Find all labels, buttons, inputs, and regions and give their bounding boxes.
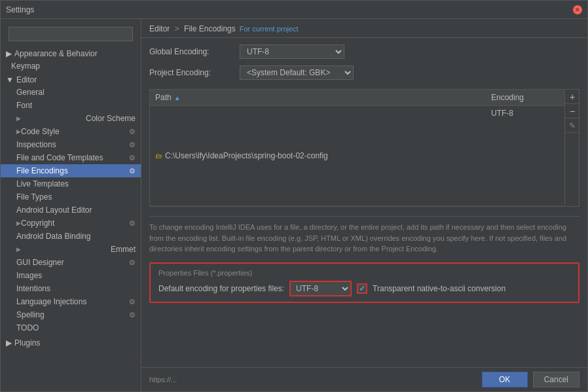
- sidebar-item-android-data-binding[interactable]: Android Data Binding: [1, 230, 141, 243]
- sidebar-item-label: Code Style: [21, 127, 129, 136]
- sidebar-item-android-layout-editor[interactable]: Android Layout Editor: [1, 204, 141, 217]
- sidebar-item-code-style[interactable]: ▶ Code Style ⚙: [1, 125, 141, 138]
- sidebar-item-todo[interactable]: TODO: [1, 321, 141, 334]
- sidebar-item-file-encodings[interactable]: File Encodings ⚙: [1, 164, 141, 177]
- sidebar-item-label: Spelling: [16, 310, 129, 319]
- title-bar: Settings ✕: [1, 1, 587, 19]
- main-header: Editor > File Encodings For current proj…: [141, 19, 587, 38]
- gear-icon: ⚙: [129, 167, 136, 175]
- properties-title: Properties Files (*.properties): [158, 269, 570, 277]
- settings-window: Settings ✕ ▶ Appearance & Behavior Keyma…: [0, 0, 588, 392]
- properties-encoding-select[interactable]: UTF-8 ISO-8859-1: [289, 281, 352, 296]
- table-row[interactable]: 🗁 C:\Users\lfy\IdeaProjects\spring-boot-…: [150, 106, 564, 206]
- sidebar-item-file-and-code-templates[interactable]: File and Code Templates ⚙: [1, 151, 141, 164]
- sidebar-item-font[interactable]: Font: [1, 99, 141, 112]
- bottom-bar: https://... OK Cancel: [141, 367, 587, 391]
- breadcrumb-link[interactable]: For current project: [240, 25, 299, 33]
- sidebar-item-emmet[interactable]: ▶ Emmet: [1, 243, 141, 256]
- gear-icon: ⚙: [129, 219, 136, 228]
- transparent-label: Transparent native-to-ascii conversion: [373, 284, 505, 293]
- add-path-button[interactable]: +: [565, 90, 579, 104]
- path-header: Path ▲: [150, 92, 486, 103]
- sort-icon: ▲: [174, 94, 181, 101]
- main-content: Global Encoding: UTF-8 UTF-16 ISO-8859-1…: [141, 38, 587, 367]
- sidebar-item-general[interactable]: General: [1, 86, 141, 99]
- project-encoding-select[interactable]: <System Default: GBK> UTF-8: [240, 65, 354, 80]
- gear-icon: ⚙: [129, 154, 136, 162]
- sidebar-item-label: Font: [16, 101, 32, 110]
- edit-path-button[interactable]: ✎: [565, 118, 579, 133]
- sidebar-item-images[interactable]: Images: [1, 269, 141, 282]
- global-encoding-select[interactable]: UTF-8 UTF-16 ISO-8859-1: [240, 45, 344, 59]
- breadcrumb-separator: >: [175, 24, 179, 33]
- main-panel: Editor > File Encodings For current proj…: [141, 19, 587, 391]
- table-header: Path ▲ Encoding: [150, 90, 564, 106]
- gear-icon: ⚙: [129, 298, 136, 306]
- sidebar-item-label: Editor: [16, 75, 37, 84]
- transparent-checkbox[interactable]: ✓: [357, 283, 367, 294]
- sidebar-item-label: Color Scheme: [86, 114, 136, 123]
- path-cell: 🗁 C:\Users\lfy\IdeaProjects\spring-boot-…: [150, 107, 486, 204]
- gear-icon: ⚙: [129, 258, 136, 267]
- file-icon: 🗁: [155, 152, 162, 160]
- sidebar-item-language-injections[interactable]: Language Injections ⚙: [1, 295, 141, 308]
- close-button[interactable]: ✕: [573, 5, 582, 14]
- breadcrumb-parent: Editor: [149, 24, 170, 33]
- table-side-actions: + − ✎: [564, 90, 579, 206]
- status-bar: https://...: [149, 376, 477, 383]
- sidebar-item-label: Appearance & Behavior: [14, 49, 98, 58]
- gear-icon: ⚙: [129, 128, 136, 136]
- sidebar-item-appearance[interactable]: ▶ Appearance & Behavior: [1, 46, 141, 60]
- sidebar-item-editor[interactable]: ▼ Editor: [1, 73, 141, 86]
- gear-icon: ⚙: [129, 141, 136, 149]
- table-body: 🗁 C:\Users\lfy\IdeaProjects\spring-boot-…: [150, 106, 564, 206]
- sidebar-item-label: Language Injections: [16, 297, 129, 306]
- table-main: Path ▲ Encoding 🗁 C:\Users\l: [150, 90, 564, 206]
- chevron-right-icon: ▶: [6, 49, 12, 58]
- sidebar-item-spelling[interactable]: Spelling ⚙: [1, 308, 141, 321]
- search-input[interactable]: [9, 27, 133, 41]
- chevron-right-icon: ▶: [6, 338, 12, 347]
- sidebar-item-copyright[interactable]: ▶ Copyright ⚙: [1, 217, 141, 230]
- cancel-button[interactable]: Cancel: [533, 372, 579, 387]
- path-value: C:\Users\lfy\IdeaProjects\spring-boot-02…: [165, 151, 328, 160]
- properties-section: Properties Files (*.properties) Default …: [149, 262, 579, 303]
- sidebar-item-intentions[interactable]: Intentions: [1, 282, 141, 295]
- project-encoding-row: Project Encoding: <System Default: GBK> …: [149, 65, 579, 80]
- sidebar-item-label: File Encodings: [16, 166, 129, 175]
- ok-button[interactable]: OK: [482, 372, 528, 387]
- file-encoding-table: Path ▲ Encoding 🗁 C:\Users\l: [149, 89, 579, 207]
- chevron-down-icon: ▼: [6, 75, 14, 84]
- sidebar-item-keymap[interactable]: Keymap: [1, 60, 141, 73]
- sidebar-item-gui-designer[interactable]: GUI Designer ⚙: [1, 256, 141, 269]
- sidebar-item-label: GUI Designer: [16, 258, 129, 267]
- sidebar-item-color-scheme[interactable]: ▶ Color Scheme: [1, 112, 141, 125]
- chevron-right-icon: ▶: [16, 246, 21, 253]
- status-text: https://...: [149, 376, 177, 383]
- remove-path-button[interactable]: −: [565, 104, 579, 118]
- breadcrumb-current: File Encodings: [184, 24, 236, 33]
- encoding-cell: UTF-8: [486, 107, 564, 204]
- sidebar-item-label: Keymap: [11, 62, 40, 71]
- gear-icon: ⚙: [129, 311, 136, 319]
- window-title: Settings: [6, 5, 34, 14]
- sidebar-item-file-types[interactable]: File Types: [1, 190, 141, 204]
- sidebar-item-label: File Types: [16, 192, 52, 202]
- chevron-right-icon: ▶: [16, 115, 21, 122]
- sidebar-item-live-templates[interactable]: Live Templates: [1, 177, 141, 190]
- sidebar-item-label: Live Templates: [16, 179, 69, 188]
- content-area: ▶ Appearance & Behavior Keymap ▼ Editor …: [1, 19, 587, 391]
- search-box: [5, 24, 137, 44]
- global-encoding-label: Global Encoding:: [149, 47, 234, 56]
- sidebar-item-label: Plugins: [14, 338, 40, 347]
- encoding-header: Encoding: [486, 92, 564, 103]
- sidebar-item-inspections[interactable]: Inspections ⚙: [1, 138, 141, 151]
- sidebar-item-label: File and Code Templates: [16, 153, 129, 162]
- sidebar-item-plugins[interactable]: ▶ Plugins: [1, 336, 141, 349]
- sidebar-item-label: Android Layout Editor: [16, 205, 92, 215]
- sidebar-item-label: Android Data Binding: [16, 232, 90, 241]
- sidebar-item-label: Intentions: [16, 284, 50, 293]
- sidebar-item-label: Images: [16, 271, 42, 280]
- breadcrumb: Editor > File Encodings: [149, 24, 236, 33]
- properties-row: Default encoding for properties files: U…: [158, 281, 570, 296]
